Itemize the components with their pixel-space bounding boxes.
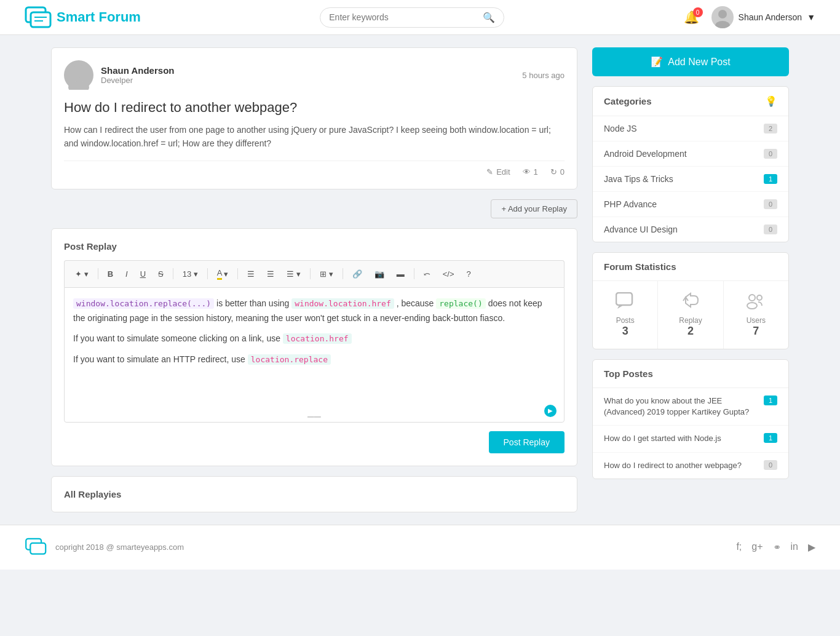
footer-social: f; g+ ⚭ in ▶ <box>736 541 815 553</box>
author-role: Develper <box>101 76 174 85</box>
categories-header: Categories 💡 <box>593 87 788 116</box>
edit-action[interactable]: ✎ Edit <box>486 167 510 177</box>
code-button[interactable]: </> <box>438 267 459 281</box>
unordered-list-button[interactable]: ☰ <box>243 267 259 281</box>
post-reply-button[interactable]: Post Replay <box>489 431 565 453</box>
user-avatar <box>711 6 734 28</box>
media-button[interactable]: ▬ <box>392 267 409 281</box>
top-post-badge: 1 <box>764 433 777 443</box>
underline-button[interactable]: U <box>136 267 150 281</box>
avatar-icon <box>711 6 734 28</box>
category-item-ui[interactable]: Advance UI Design 0 <box>593 217 788 242</box>
category-item-nodejs[interactable]: Node JS 2 <box>593 116 788 141</box>
users-icon <box>730 292 782 314</box>
notification-button[interactable]: 🔔 0 <box>684 10 699 25</box>
post-header: Shaun Anderson Develper 5 hours ago <box>64 60 565 90</box>
italic-button[interactable]: I <box>121 267 132 281</box>
table-button[interactable]: ⊞ ▾ <box>315 267 338 281</box>
fontsize-button[interactable]: 13 ▾ <box>178 267 202 281</box>
category-badge: 0 <box>764 225 777 234</box>
bold-button[interactable]: B <box>103 267 117 281</box>
loading-indicator: ▶ <box>544 405 557 417</box>
top-post-item-3[interactable]: How do I redirect to another webpage? 0 <box>593 453 788 479</box>
post-body: How can I redirect the user from one pag… <box>64 123 565 151</box>
color-button[interactable]: A ▾ <box>213 266 233 282</box>
strikethrough-button[interactable]: S <box>154 267 168 281</box>
footer-copyright: copright 2018 @ smarteyeapps.com <box>55 543 184 552</box>
help-button[interactable]: ? <box>462 267 475 281</box>
category-item-php[interactable]: PHP Advance 0 <box>593 192 788 217</box>
image-button[interactable]: 📷 <box>370 267 389 281</box>
posts-icon <box>599 292 651 314</box>
logo-text: Smart Forum <box>57 9 141 25</box>
resize-handle: ⎯⎯ <box>307 405 321 418</box>
top-post-item-2[interactable]: How do I get started with Node.js 1 <box>593 426 788 452</box>
main-container: Shaun Anderson Develper 5 hours ago How … <box>26 35 814 525</box>
code-location-href: location.href <box>283 333 352 344</box>
toolbar-sep-7 <box>414 268 414 279</box>
reply-form-title: Post Replay <box>64 241 565 252</box>
logo: Smart Forum <box>25 6 141 28</box>
add-post-label: Add New Post <box>668 57 730 68</box>
align-button[interactable]: ☰ ▾ <box>282 267 305 281</box>
category-item-java[interactable]: Java Tips & Tricks 1 <box>593 167 788 192</box>
chat-icon <box>616 292 635 309</box>
editor-body[interactable]: window.location.replace(...) is better t… <box>64 287 565 423</box>
search-input[interactable] <box>329 12 483 22</box>
category-name: Node JS <box>604 124 637 133</box>
top-post-text: What do you know about the JEE (Advanced… <box>604 396 758 418</box>
svg-point-4 <box>718 10 727 18</box>
posts-value: 3 <box>599 325 651 338</box>
category-name: PHP Advance <box>604 199 657 209</box>
youtube-icon[interactable]: ▶ <box>808 541 815 553</box>
magic-tool-button[interactable]: ✦ ▾ <box>71 267 93 281</box>
search-button[interactable]: 🔍 <box>483 12 495 23</box>
top-posts-header: Top Postes <box>593 360 788 388</box>
facebook-icon[interactable]: f; <box>736 541 742 553</box>
stats-title: Forum Statistics <box>604 261 676 272</box>
ordered-list-button[interactable]: ☰ <box>263 267 279 281</box>
share-action[interactable]: ↻ 0 <box>550 167 565 177</box>
share-count: 0 <box>560 167 565 177</box>
toolbar-sep-6 <box>343 268 343 279</box>
footer-logo: copright 2018 @ smarteyeapps.com <box>25 538 184 557</box>
reply-card: Post Replay ✦ ▾ B I U S 13 ▾ A ▾ ☰ ☰ ☰ ▾ <box>51 228 577 466</box>
stats-grid: Posts 3 Replay 2 <box>593 281 788 349</box>
author-info: Shaun Anderson Develper <box>101 65 174 85</box>
footer: copright 2018 @ smarteyeapps.com f; g+ ⚭… <box>0 525 840 570</box>
post-title: How do I redirect to another webpage? <box>64 100 565 116</box>
svg-rect-8 <box>616 293 632 305</box>
user-menu-button[interactable]: Shaun Anderson ▼ <box>711 6 815 28</box>
link-button[interactable]: 🔗 <box>348 267 367 281</box>
add-new-post-button[interactable]: 📝 Add New Post <box>592 47 789 76</box>
categories-card: Categories 💡 Node JS 2 Android Developme… <box>592 86 789 242</box>
author-avatar-icon <box>64 60 93 90</box>
stat-posts: Posts 3 <box>593 281 658 349</box>
pinterest-icon[interactable]: ⚭ <box>773 541 781 553</box>
svg-point-11 <box>747 303 757 309</box>
add-reply-row: + Add your Replay <box>51 199 577 218</box>
google-plus-icon[interactable]: g+ <box>751 541 763 553</box>
category-item-android[interactable]: Android Development 0 <box>593 141 788 167</box>
top-post-text: How do I get started with Node.js <box>604 433 758 444</box>
logo-accent: Forum <box>98 9 140 25</box>
users-group-icon <box>745 292 767 309</box>
post-card: Shaun Anderson Develper 5 hours ago How … <box>51 47 577 189</box>
expand-button[interactable]: ⤺ <box>419 267 435 281</box>
top-posts-title: Top Postes <box>604 368 653 379</box>
code-href: window.location.href <box>291 298 394 309</box>
top-post-item-1[interactable]: What do you know about the JEE (Advanced… <box>593 388 788 426</box>
linkedin-icon[interactable]: in <box>791 541 798 553</box>
post-time: 5 hours ago <box>522 71 565 80</box>
search-bar: 🔍 <box>320 7 504 28</box>
toolbar-sep-3 <box>207 268 208 279</box>
add-reply-button[interactable]: + Add your Replay <box>491 199 577 218</box>
stat-replay: Replay 2 <box>658 281 723 349</box>
svg-point-10 <box>749 295 755 301</box>
top-post-badge: 0 <box>764 460 777 470</box>
svg-point-12 <box>757 295 762 300</box>
code-location-replace: location.replace <box>248 354 331 365</box>
toolbar-sep-1 <box>98 268 98 279</box>
post-reply-row: Post Replay <box>64 431 565 453</box>
main-content: Shaun Anderson Develper 5 hours ago How … <box>51 47 577 512</box>
